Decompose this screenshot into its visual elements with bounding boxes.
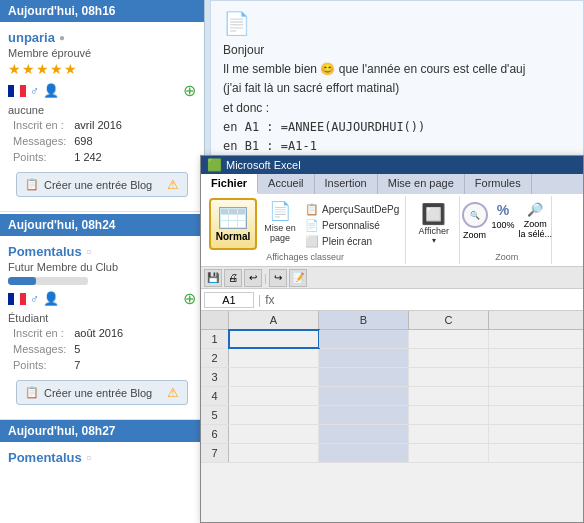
user1-flags: ♂ 👤 ⊕ <box>8 81 196 100</box>
cell-b1[interactable] <box>319 330 409 348</box>
tab-accueil[interactable]: Accueil <box>258 174 314 194</box>
row-num-7: 7 <box>201 444 229 462</box>
row-num-5: 5 <box>201 406 229 424</box>
blog-icon-2: 📋 <box>25 386 39 399</box>
user1-field1: aucune <box>8 104 196 116</box>
zoom-pct-icon: % <box>497 202 509 218</box>
ribbon-items-affichages: Normal 📄 Mise en page 📋 AperçuSautDePg 📄 <box>209 198 401 250</box>
mise-en-page-button[interactable]: 📄 Mise en page <box>260 200 300 243</box>
user-block-1: unparia ● Membre éprouvé ★★★★★ ♂ 👤 ⊕ auc… <box>0 22 204 212</box>
toolbar-save-icon[interactable]: 💾 <box>204 269 222 287</box>
blog-icon: 📋 <box>25 178 39 191</box>
cell-a5[interactable] <box>229 406 319 424</box>
afficher-button[interactable]: 🔲 Afficher ▾ <box>416 202 452 245</box>
cell-c6[interactable] <box>409 425 489 443</box>
user1-messages-label: Messages: <box>10 134 69 148</box>
ribbon-group-afficher: 🔲 Afficher ▾ <box>408 196 460 264</box>
apercu-btn[interactable]: 📋 AperçuSautDePg <box>303 202 401 217</box>
formula-input[interactable] <box>278 294 580 306</box>
normal-label: Normal <box>216 231 250 242</box>
row-num-4: 4 <box>201 387 229 405</box>
toolbar-print-icon[interactable]: 🖨 <box>224 269 242 287</box>
normal-btn-inner[interactable]: Normal <box>209 198 257 250</box>
excel-title: Microsoft Excel <box>226 159 301 171</box>
user1-inscrit-label: Inscrit en : <box>10 118 69 132</box>
excel-logo-icon: 🟩 <box>207 158 222 172</box>
normal-button[interactable]: Normal <box>209 198 257 250</box>
user2-messages-value: 5 <box>71 342 126 356</box>
user2-progress-bar <box>8 277 88 285</box>
row-num-2: 2 <box>201 349 229 367</box>
row-num-1: 1 <box>201 330 229 348</box>
cell-c1[interactable] <box>409 330 489 348</box>
grid-row-5: 5 <box>201 406 583 425</box>
plein-ecran-btn[interactable]: ⬜ Plein écran <box>303 234 401 249</box>
toolbar-undo-icon[interactable]: ↩ <box>244 269 262 287</box>
cell-a2[interactable] <box>229 349 319 367</box>
msg-greeting: Bonjour <box>223 41 571 60</box>
msg-line5: en B1 : =A1-1 <box>223 137 571 156</box>
user-block-3: Pomentalus ○ <box>0 442 204 473</box>
flag-fr-icon <box>8 85 26 97</box>
blog-btn-1[interactable]: 📋 Créer une entrée Blog ⚠ <box>16 172 188 197</box>
cell-a7[interactable] <box>229 444 319 462</box>
flag-fr-icon-2 <box>8 293 26 305</box>
cell-c4[interactable] <box>409 387 489 405</box>
ribbon-btn-group-right: 📋 AperçuSautDePg 📄 Personnalisé ⬜ Plein … <box>303 202 401 249</box>
user3-name[interactable]: Pomentalus <box>8 450 82 465</box>
cell-c7[interactable] <box>409 444 489 462</box>
personnalise-btn[interactable]: 📄 Personnalisé <box>303 218 401 233</box>
message-panel: 📄 Bonjour Il me semble bien 😊 que l'anné… <box>210 0 584 170</box>
blog-btn-2[interactable]: 📋 Créer une entrée Blog ⚠ <box>16 380 188 405</box>
forum-header-1: Aujourd'hui, 08h16 <box>0 0 204 22</box>
ribbon-group-zoom: 🔍 Zoom % 100% 🔎 Zoom la sélé... Zoom <box>462 196 552 264</box>
row-num-6: 6 <box>201 425 229 443</box>
zoom-100-btn[interactable]: % 100% <box>492 202 515 230</box>
cell-b4[interactable] <box>319 387 409 405</box>
tab-mise-en-page[interactable]: Mise en page <box>378 174 465 194</box>
msg-line3: et donc : <box>223 99 571 118</box>
excel-tabs[interactable]: Fichier Accueil Insertion Mise en page F… <box>201 174 583 194</box>
cell-a4[interactable] <box>229 387 319 405</box>
row-num-3: 3 <box>201 368 229 386</box>
user1-messages-value: 698 <box>71 134 125 148</box>
zoom-sel-icon: 🔎 <box>527 202 543 217</box>
add-friend-icon[interactable]: ⊕ <box>183 81 196 100</box>
cell-reference-input[interactable] <box>204 292 254 308</box>
tab-insertion[interactable]: Insertion <box>315 174 378 194</box>
cell-a6[interactable] <box>229 425 319 443</box>
user1-online: ● <box>59 32 65 43</box>
user1-name[interactable]: unparia <box>8 30 55 45</box>
cell-b3[interactable] <box>319 368 409 386</box>
user2-name[interactable]: Pomentalus <box>8 244 82 259</box>
tab-formules[interactable]: Formules <box>465 174 532 194</box>
message-text: Bonjour Il me semble bien 😊 que l'année … <box>223 41 571 156</box>
cell-c2[interactable] <box>409 349 489 367</box>
cell-b5[interactable] <box>319 406 409 424</box>
user-block-2: Pomentalus ○ Futur Membre du Club ♂ 👤 ⊕ … <box>0 236 204 420</box>
zoom-circle-btn[interactable]: 🔍 Zoom <box>462 202 488 240</box>
column-headers-row: A B C <box>201 311 583 330</box>
toolbar-format-icon[interactable]: 📝 <box>289 269 307 287</box>
toolbar-redo-icon[interactable]: ↪ <box>269 269 287 287</box>
cell-c5[interactable] <box>409 406 489 424</box>
gender-icon: ♂ <box>30 84 39 98</box>
zoom-sel-btn[interactable]: 🔎 Zoom la sélé... <box>519 202 553 239</box>
apercu-icon: 📋 <box>305 203 319 216</box>
cell-b7[interactable] <box>319 444 409 462</box>
plein-ecran-label: Plein écran <box>322 236 372 247</box>
cell-a1[interactable] <box>229 330 319 348</box>
add-friend-icon-2[interactable]: ⊕ <box>183 289 196 308</box>
cell-a3[interactable] <box>229 368 319 386</box>
gender-icon-2: ♂ <box>30 292 39 306</box>
cell-b2[interactable] <box>319 349 409 367</box>
avatar-icon-2: 👤 <box>43 291 59 306</box>
warn-icon-1: ⚠ <box>167 177 179 192</box>
col-header-c: C <box>409 311 489 329</box>
user2-progress-fill <box>8 277 36 285</box>
grid-corner <box>201 311 229 329</box>
tab-fichier[interactable]: Fichier <box>201 174 258 194</box>
cell-c3[interactable] <box>409 368 489 386</box>
forum-panel: Aujourd'hui, 08h16 unparia ● Membre épro… <box>0 0 205 523</box>
cell-b6[interactable] <box>319 425 409 443</box>
